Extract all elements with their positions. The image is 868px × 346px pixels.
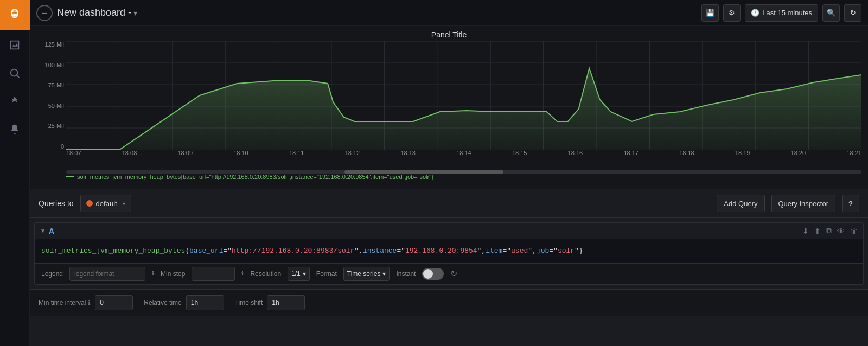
datasource-select[interactable]: default ▾: [80, 195, 131, 212]
instant-label: Instant: [396, 270, 416, 278]
move-up-icon[interactable]: ⬆: [814, 227, 821, 235]
header: ← New dashboard - ▾ 💾 ⚙ 🕐 Last 15 minute…: [30, 0, 868, 26]
datasource-dot: [86, 200, 93, 207]
legend-line-color: [66, 176, 74, 177]
relative-time-input[interactable]: [186, 295, 224, 310]
x-label-1817: 18:17: [623, 150, 639, 166]
x-label-1815: 18:15: [512, 150, 527, 166]
format-value: Time series: [347, 270, 381, 278]
metric-key-baseurl: base_url: [189, 247, 223, 255]
query-input-area[interactable]: solr_metrics_jvm_memory_heap_bytes{base_…: [35, 239, 863, 263]
legend-text: solr_metrics_jvm_memory_heap_bytes{base_…: [77, 174, 433, 180]
query-refresh-icon[interactable]: ↻: [450, 268, 457, 279]
sidebar-item-alert[interactable]: [0, 117, 30, 143]
collapse-icon[interactable]: ▼: [40, 228, 46, 234]
x-label-1810: 18:10: [233, 150, 248, 166]
clock-icon: 🕐: [751, 9, 760, 17]
query-letter: A: [49, 227, 54, 235]
chart-scrollbar[interactable]: [66, 170, 861, 174]
queries-label: Queries to: [39, 199, 74, 208]
refresh-button[interactable]: ↻: [844, 4, 861, 22]
metric-val-job: solr: [558, 247, 575, 255]
metric-key-item: item: [486, 247, 502, 255]
queries-toolbar: Queries to default ▾ Add Query Query Ins…: [30, 189, 868, 218]
min-interval-input[interactable]: [95, 295, 133, 310]
x-label-1816: 18:16: [568, 150, 583, 166]
format-label: Format: [316, 270, 337, 278]
min-step-label: Min step: [161, 270, 185, 278]
save-icon: 💾: [706, 9, 715, 17]
back-button[interactable]: ←: [36, 5, 53, 21]
settings-button[interactable]: ⚙: [723, 4, 741, 22]
datasource-chevron-icon: ▾: [123, 201, 125, 207]
sidebar-item-explore[interactable]: [0, 60, 30, 86]
svg-marker-22: [66, 68, 861, 150]
chart-svg-area: [66, 41, 861, 150]
x-label-1821: 18:21: [846, 150, 861, 166]
legend-info-icon[interactable]: ℹ: [152, 270, 154, 277]
sidebar-item-settings[interactable]: [0, 88, 30, 114]
line-chart: [66, 41, 861, 150]
x-label-1807: 18:07: [66, 150, 81, 166]
relative-time-label: Relative time: [144, 299, 181, 306]
resolution-value: 1/1: [291, 270, 301, 278]
min-interval-info-icon[interactable]: ℹ: [88, 299, 91, 306]
search-icon: 🔍: [827, 9, 836, 17]
min-step-input[interactable]: [192, 267, 235, 281]
x-label-1814: 18:14: [456, 150, 471, 166]
y-label-50: 50 Mil: [39, 102, 64, 109]
panel-area: Panel Title 0 25 Mil 50 Mil 75 Mil 100 M…: [30, 26, 868, 346]
y-label-75: 75 Mil: [39, 82, 64, 88]
y-label-25: 25 Mil: [39, 123, 64, 129]
delete-icon[interactable]: 🗑: [850, 227, 858, 235]
time-shift-group: Time shift: [235, 295, 305, 310]
time-range-button[interactable]: 🕐 Last 15 minutes: [745, 4, 818, 22]
chart-container: 0 25 Mil 50 Mil 75 Mil 100 Mil 125 Mil: [36, 41, 861, 171]
save-button[interactable]: 💾: [701, 4, 719, 22]
chart-section: Panel Title 0 25 Mil 50 Mil 75 Mil 100 M…: [30, 26, 868, 189]
refresh-icon: ↻: [850, 9, 856, 17]
format-chevron-icon: ▾: [382, 270, 386, 278]
dashboard-title[interactable]: New dashboard - ▾: [57, 7, 137, 18]
add-query-button[interactable]: Add Query: [717, 195, 764, 212]
min-step-info-icon[interactable]: ℹ: [241, 270, 244, 277]
metric-val-baseurl: http://192.168.0.20:8983/solr: [232, 247, 354, 255]
sidebar-logo[interactable]: [0, 0, 30, 30]
x-label-1808: 18:08: [122, 150, 137, 166]
svg-point-1: [11, 11, 18, 14]
search-button[interactable]: 🔍: [822, 4, 840, 22]
move-down-icon[interactable]: ⬇: [802, 227, 809, 235]
query-row-a: ▼ A ⬇ ⬆ ⧉ 👁 🗑 solr_metrics_jvm_memory_he…: [34, 222, 864, 285]
metric-base: solr_metrics_jvm_memory_heap_bytes: [41, 247, 185, 255]
metric-key-job: job: [537, 247, 549, 255]
panel-title: Panel Title: [36, 30, 861, 39]
metric-key-instance: instance: [363, 247, 397, 255]
chart-x-labels: 18:07 18:08 18:09 18:10 18:11 18:12 18:1…: [66, 150, 861, 166]
duplicate-icon[interactable]: ⧉: [826, 226, 832, 235]
resolution-select[interactable]: 1/1 ▾: [288, 267, 310, 281]
instant-toggle[interactable]: [422, 268, 444, 280]
sidebar-item-chart[interactable]: [0, 32, 30, 58]
svg-point-2: [11, 69, 18, 76]
legend-input[interactable]: [69, 267, 145, 281]
visibility-icon[interactable]: 👁: [837, 227, 845, 235]
query-inspector-button[interactable]: Query Inspector: [771, 195, 836, 212]
help-button[interactable]: ?: [842, 195, 859, 212]
x-label-1818: 18:18: [679, 150, 694, 166]
instant-toggle-knob: [423, 269, 433, 279]
x-label-1813: 18:13: [400, 150, 416, 166]
y-label-100: 100 Mil: [39, 62, 64, 68]
legend-label: Legend: [41, 270, 63, 278]
time-shift-input[interactable]: [267, 295, 305, 310]
metric-brace-open: {: [185, 247, 189, 255]
settings-icon: ⚙: [729, 9, 735, 17]
x-label-1820: 18:20: [791, 150, 806, 166]
bottom-options: Min time interval ℹ Relative time Time s…: [30, 289, 868, 316]
format-select[interactable]: Time series ▾: [343, 267, 390, 281]
metric-val-instance: 192.168.0.20:9854: [405, 247, 477, 255]
chart-scrollbar-thumb[interactable]: [344, 170, 503, 174]
min-interval-group: Min time interval ℹ: [39, 295, 133, 310]
query-row-header: ▼ A ⬇ ⬆ ⧉ 👁 🗑: [35, 223, 863, 239]
time-shift-label: Time shift: [235, 299, 263, 306]
svg-point-0: [11, 9, 18, 16]
